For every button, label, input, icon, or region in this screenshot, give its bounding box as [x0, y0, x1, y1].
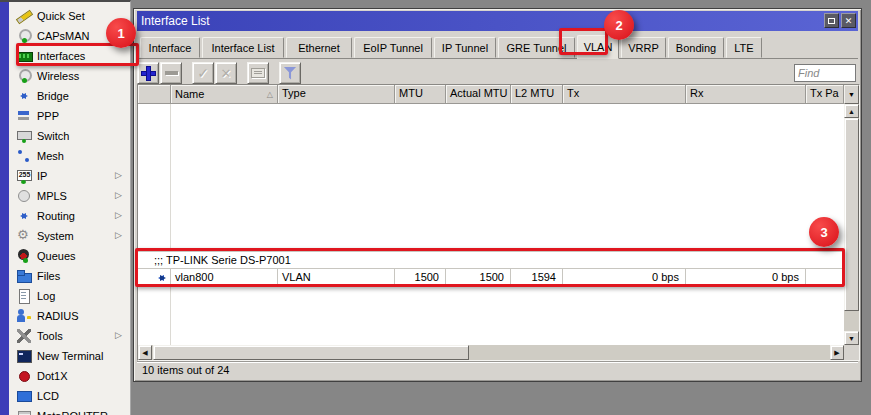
vertical-scroll-thumb[interactable]: [844, 118, 859, 311]
sort-ascending-icon: [267, 90, 273, 99]
dot1x-icon: [17, 369, 31, 383]
sidebar-item-mesh[interactable]: Mesh: [9, 146, 130, 166]
sidebar-item-bridge[interactable]: Bridge: [9, 86, 130, 106]
scrollbar-corner: [844, 345, 859, 360]
sidebar-item-log[interactable]: Log: [9, 286, 130, 306]
sidebar-item-system[interactable]: System: [9, 226, 130, 246]
sidebar-item-quick-set[interactable]: Quick Set: [9, 6, 130, 26]
ppp-icon: [17, 109, 31, 123]
find-input[interactable]: [794, 64, 856, 82]
submenu-arrow-icon: [115, 330, 125, 342]
sidebar-item-files[interactable]: Files: [9, 266, 130, 286]
minus-icon: [165, 71, 178, 75]
bridge-arrows-icon: [17, 89, 31, 103]
sidebar-item-queues[interactable]: Queues: [9, 246, 130, 266]
table-header: Name Type MTU Actual MTU L2 MTU Tx Rx Tx…: [138, 85, 844, 104]
comment-row[interactable]: ;;; TP-LINK Serie DS-P7001: [138, 251, 844, 269]
check-icon: [197, 65, 209, 81]
cell-rx: 0 bps: [686, 269, 806, 287]
tab-interface-list[interactable]: Interface List: [202, 37, 284, 58]
tab-ip-tunnel[interactable]: IP Tunnel: [434, 37, 496, 58]
disable-button[interactable]: [215, 62, 237, 84]
sidebar-item-lcd[interactable]: LCD: [9, 386, 130, 406]
cell-mtu: 1500: [395, 269, 446, 287]
sidebar-item-wireless[interactable]: Wireless: [9, 66, 130, 86]
column-header-tx-packet[interactable]: Tx Pa: [806, 85, 844, 104]
column-header-l2-mtu[interactable]: L2 MTU: [511, 85, 563, 104]
submenu-arrow-icon: [115, 230, 125, 242]
routing-arrows-icon: [17, 209, 31, 223]
mesh-icon: [17, 149, 31, 163]
scroll-up-icon[interactable]: ▲: [844, 104, 859, 118]
folder-icon: [17, 269, 31, 283]
cell-actual-mtu: 1500: [446, 269, 511, 287]
sidebar-item-radius[interactable]: RADIUS: [9, 306, 130, 326]
sidebar-item-interfaces[interactable]: Interfaces: [9, 46, 130, 66]
add-button[interactable]: [137, 62, 159, 84]
sidebar-item-ppp[interactable]: PPP: [9, 106, 130, 126]
column-header-rx[interactable]: Rx: [686, 85, 806, 104]
sidebar-item-routing[interactable]: Routing: [9, 206, 130, 226]
cell-tx: 0 bps: [563, 269, 686, 287]
sidebar-item-dot1x[interactable]: Dot1X: [9, 366, 130, 386]
vlan-interface-icon: [155, 271, 169, 285]
antenna-icon: [17, 69, 31, 83]
tab-bar: Interface Interface List Ethernet EoIP T…: [137, 33, 858, 59]
comment-icon: [251, 68, 265, 78]
tab-ethernet[interactable]: Ethernet: [286, 37, 352, 58]
table-row-vlan800[interactable]: vlan800 VLAN 1500 1500 1594 0 bps 0 bps: [138, 269, 844, 287]
horizontal-scroll-thumb[interactable]: [153, 345, 469, 360]
column-header-mtu[interactable]: MTU: [395, 85, 446, 104]
tab-bonding[interactable]: Bonding: [668, 37, 724, 58]
comment-button[interactable]: [247, 62, 269, 84]
submenu-arrow-icon: [115, 170, 125, 182]
antenna-icon: [17, 29, 31, 43]
switch-icon: [17, 129, 31, 143]
cell-name: vlan800: [171, 269, 278, 287]
cell-l2-mtu: 1594: [511, 269, 563, 287]
column-header-actual-mtu[interactable]: Actual MTU: [446, 85, 511, 104]
radius-user-key-icon: [17, 309, 31, 323]
winbox-sidebar: Quick Set CAPsMAN Interfaces Wireless Br…: [0, 0, 131, 415]
vertical-scrollbar[interactable]: ▲ ▼: [844, 104, 859, 345]
column-header-type[interactable]: Type: [278, 85, 395, 104]
sidebar-item-metarouter[interactable]: MetaROUTER: [9, 406, 130, 415]
funnel-icon: [284, 67, 297, 80]
sidebar-accent-strip: [0, 2, 9, 415]
column-header-blank[interactable]: [138, 85, 171, 104]
column-header-tx[interactable]: Tx: [563, 85, 686, 104]
tab-eoip-tunnel[interactable]: EoIP Tunnel: [354, 37, 432, 58]
sidebar-item-switch[interactable]: Switch: [9, 126, 130, 146]
scroll-left-icon[interactable]: ◀: [138, 345, 152, 360]
tab-gre-tunnel[interactable]: GRE Tunnel: [498, 37, 575, 58]
sidebar-item-ip[interactable]: IP: [9, 166, 130, 186]
sidebar-item-tools[interactable]: Tools: [9, 326, 130, 346]
tab-interface[interactable]: Interface: [140, 37, 200, 58]
enable-button[interactable]: [192, 62, 214, 84]
remove-button[interactable]: [160, 62, 182, 84]
scroll-right-icon[interactable]: ▶: [830, 345, 844, 360]
scroll-down-icon[interactable]: ▼: [844, 331, 859, 345]
horizontal-scrollbar[interactable]: ◀ ▶: [138, 345, 844, 360]
column-select-button[interactable]: [844, 85, 859, 104]
maximize-button[interactable]: [824, 13, 839, 28]
close-button[interactable]: ✕: [841, 13, 856, 28]
plus-icon: [142, 67, 155, 80]
tab-lte[interactable]: LTE: [726, 37, 762, 58]
tab-vlan[interactable]: VLAN: [577, 35, 619, 59]
tab-vrrp[interactable]: VRRP: [621, 37, 666, 58]
filter-button[interactable]: [279, 62, 301, 84]
sidebar-item-capsman[interactable]: CAPsMAN: [9, 26, 130, 46]
log-paper-icon: [17, 289, 31, 303]
window-titlebar[interactable]: Interface List ✕: [137, 11, 858, 31]
interface-list-window: Interface List ✕ Interface Interface Lis…: [133, 8, 862, 382]
cross-icon: [221, 66, 232, 81]
mpls-icon: [17, 189, 31, 203]
lcd-icon: [17, 389, 31, 403]
ip-255-icon: [17, 169, 31, 183]
column-header-name[interactable]: Name: [171, 85, 278, 104]
metarouter-icon: [17, 409, 31, 415]
sidebar-item-mpls[interactable]: MPLS: [9, 186, 130, 206]
cell-tx-packet: [806, 269, 844, 287]
sidebar-item-new-terminal[interactable]: New Terminal: [9, 346, 130, 366]
